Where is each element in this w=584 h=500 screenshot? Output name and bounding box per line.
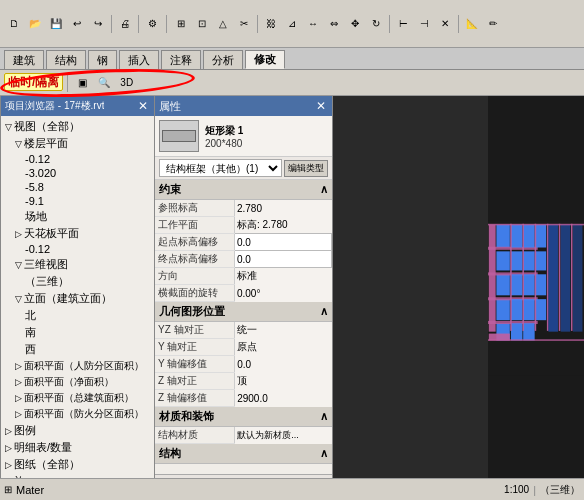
zoom-btn[interactable]: 🔍 [94, 73, 114, 93]
props-close[interactable]: ✕ [314, 100, 328, 112]
tab-jiegou[interactable]: 结构 [46, 50, 86, 69]
tree-item-south[interactable]: 南 [1, 324, 154, 341]
3d-btn[interactable]: 3D [116, 73, 137, 93]
move-btn[interactable]: ✥ [345, 14, 365, 34]
section-expand-icon: ∧ [320, 183, 328, 196]
offset-btn[interactable]: ↔ [303, 14, 323, 34]
section-expand-icon4: ∧ [320, 447, 328, 460]
props-section-constraints[interactable]: 约束 ∧ [155, 180, 332, 200]
viewport[interactable] [488, 96, 584, 500]
new-btn[interactable]: 🗋 [4, 14, 24, 34]
edit-type-btn[interactable]: 编辑类型 [284, 160, 328, 177]
tool1-btn[interactable]: ⊞ [171, 14, 191, 34]
create-btn[interactable]: ✏ [483, 14, 503, 34]
prop-row-z-offset: Z 轴偏移值 2900.0 [155, 390, 332, 407]
svg-rect-14 [511, 274, 522, 295]
status-icon: ⊞ [4, 484, 12, 495]
svg-rect-32 [488, 339, 584, 341]
sep5 [389, 15, 390, 33]
prop-row-end-offset[interactable]: 终点标高偏移 [155, 251, 332, 268]
tree-item-sheets[interactable]: ▷ 图纸（全部） [1, 456, 154, 473]
tree-item-area-civil[interactable]: ▷ 面积平面（人防分区面积） [1, 358, 154, 374]
tree-item-fp-012[interactable]: -0.12 [1, 152, 154, 166]
tree-col-icon11: ▷ [5, 460, 12, 470]
tree-item-fp-site[interactable]: 场地 [1, 208, 154, 225]
svg-rect-1 [489, 225, 496, 332]
tree-item-legend[interactable]: ▷ 图例 [1, 422, 154, 439]
tree-item-fp-58[interactable]: -5.8 [1, 180, 154, 194]
tree-item-views[interactable]: ▽ 视图（全部） [1, 118, 154, 135]
measure-btn[interactable]: 📐 [462, 14, 482, 34]
print-btn[interactable]: 🖨 [115, 14, 135, 34]
prop-row-struct-material: 结构材质 默认为新材质... [155, 427, 332, 444]
tab-xitong[interactable]: 插入 [119, 50, 159, 69]
rotate-btn[interactable]: ↻ [366, 14, 386, 34]
breadcrumb[interactable]: 临时/隔离 [4, 73, 63, 91]
prop-row-work-plane: 工作平面 标高: 2.780 [155, 217, 332, 234]
props-section-geometry[interactable]: 几何图形位置 ∧ [155, 302, 332, 322]
sep2 [138, 15, 139, 33]
tree-item-area-fire[interactable]: ▷ 面积平面（防火分区面积） [1, 406, 154, 422]
tree-item-north[interactable]: 北 [1, 307, 154, 324]
tree-item-elevations[interactable]: ▽ 立面（建筑立面） [1, 290, 154, 307]
props-type-row: 结构框架（其他）(1) 编辑类型 [155, 157, 332, 180]
props-type-select[interactable]: 结构框架（其他）(1) [159, 159, 282, 177]
tree-expand-icon: ▽ [5, 122, 12, 132]
end-offset-input[interactable] [237, 254, 329, 265]
props-section-structure[interactable]: 结构 ∧ [155, 444, 332, 464]
tool2-btn[interactable]: ⊡ [192, 14, 212, 34]
tab-zhushi[interactable]: 分析 [203, 50, 243, 69]
svg-rect-23 [522, 224, 524, 331]
model-svg [488, 96, 584, 500]
ribbon-tabs: 建筑 结构 钢 插入 注释 分析 修改 [0, 48, 584, 70]
tool4-btn[interactable]: ✂ [234, 14, 254, 34]
tree-item-area-total[interactable]: ▷ 面积平面（总建筑面积） [1, 390, 154, 406]
open-btn[interactable]: 📂 [25, 14, 45, 34]
save-btn[interactable]: 💾 [46, 14, 66, 34]
tree-item-3d-3d[interactable]: （三维） [1, 273, 154, 290]
trim-btn[interactable]: ⊢ [393, 14, 413, 34]
connect-btn[interactable]: ⛓ [261, 14, 281, 34]
redo-btn[interactable]: ↪ [88, 14, 108, 34]
tree-item-fp-91[interactable]: -9.1 [1, 194, 154, 208]
project-browser-close[interactable]: ✕ [136, 100, 150, 112]
tool3-btn[interactable]: △ [213, 14, 233, 34]
mirror-btn[interactable]: ⇔ [324, 14, 344, 34]
split-btn[interactable]: ⊣ [414, 14, 434, 34]
tab-xiugai[interactable]: 修改 [245, 50, 285, 69]
tree-item-ceil-012[interactable]: -0.12 [1, 242, 154, 256]
tree-col-icon5: ▷ [15, 361, 22, 371]
quick-access-group: 🗋 📂 💾 ↩ ↪ 🖨 ⚙ [4, 14, 162, 34]
tab-jianzhu[interactable]: 建筑 [4, 50, 44, 69]
tree-item-3d-views[interactable]: ▽ 三维视图 [1, 256, 154, 273]
element-name: 矩形梁 1 [205, 124, 243, 138]
tree-item-fp-3020[interactable]: -3.020 [1, 166, 154, 180]
svg-rect-18 [523, 225, 534, 248]
prop-row-start-offset[interactable]: 起点标高偏移 [155, 234, 332, 251]
tree-col-icon10: ▷ [5, 443, 12, 453]
svg-rect-22 [523, 323, 534, 340]
align-btn[interactable]: ⊿ [282, 14, 302, 34]
props-title: 属性 [159, 99, 181, 114]
sep1 [111, 15, 112, 33]
tree-item-schedules[interactable]: ▷ 明细表/数量 [1, 439, 154, 456]
tab-charu[interactable]: 注释 [161, 50, 201, 69]
view-toggle-btn[interactable]: ▣ [72, 73, 92, 93]
svg-rect-21 [523, 299, 534, 320]
svg-rect-34 [571, 224, 573, 331]
delete-btn[interactable]: ✕ [435, 14, 455, 34]
svg-rect-25 [535, 251, 546, 270]
tree-item-area-net[interactable]: ▷ 面积平面（净面积） [1, 374, 154, 390]
undo-btn[interactable]: ↩ [67, 14, 87, 34]
start-offset-input[interactable] [237, 237, 329, 248]
tree-col-icon7: ▷ [15, 393, 22, 403]
tab-gang[interactable]: 钢 [88, 50, 117, 69]
settings-btn[interactable]: ⚙ [142, 14, 162, 34]
tree-item-ceiling[interactable]: ▷ 天花板平面 [1, 225, 154, 242]
svg-rect-5 [496, 299, 509, 320]
svg-rect-35 [573, 225, 583, 332]
props-section-material[interactable]: 材质和装饰 ∧ [155, 407, 332, 427]
tree-item-floor-plan[interactable]: ▽ 楼层平面 [1, 135, 154, 152]
status-bar: ⊞ Mater 1:100 | （三维） [0, 478, 584, 500]
tree-item-west[interactable]: 西 [1, 341, 154, 358]
